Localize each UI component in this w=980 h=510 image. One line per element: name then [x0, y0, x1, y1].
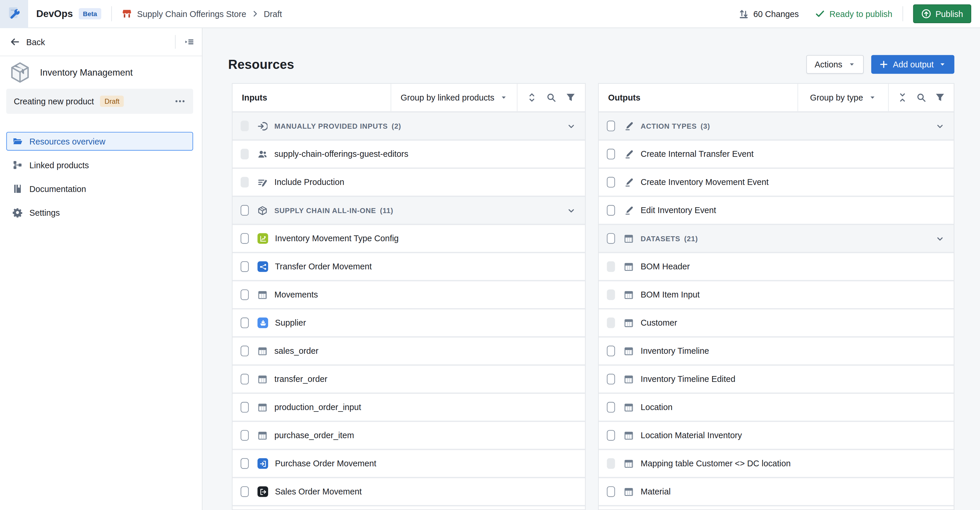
breadcrumb-current[interactable]: Draft: [264, 9, 282, 19]
sidebar-item-documentation[interactable]: Documentation: [6, 179, 193, 198]
resource-label: BOM Item Input: [641, 290, 700, 300]
publish-status-label: Ready to publish: [829, 9, 892, 19]
group-label: MANUALLY PROVIDED INPUTS (2): [274, 122, 401, 130]
row-checkbox: [607, 458, 615, 469]
row-checkbox[interactable]: [240, 261, 249, 272]
row-checkbox: [240, 121, 249, 131]
more-options-icon[interactable]: [174, 96, 186, 107]
resource-row[interactable]: Include Production: [232, 169, 585, 196]
changes-count: 60 Changes: [753, 9, 799, 19]
resource-row[interactable]: Transfer Order Movement: [232, 253, 585, 280]
resource-row[interactable]: Sales Order Movement: [232, 478, 585, 505]
product-name: Inventory Management: [40, 67, 132, 77]
row-checkbox[interactable]: [240, 205, 249, 215]
outputs-group-by-dropdown[interactable]: Group by type: [798, 84, 889, 112]
publish-button[interactable]: Publish: [913, 5, 971, 23]
dataset-icon: [624, 402, 633, 412]
group-label: DATASETS (21): [641, 235, 698, 242]
outputs-toolbar: [889, 84, 954, 112]
resource-row[interactable]: transfer_order: [232, 366, 585, 393]
resource-row[interactable]: Purchase Order Movement: [232, 450, 585, 477]
documentation-icon: [13, 184, 22, 194]
resource-row[interactable]: Inventory Timeline: [599, 338, 954, 365]
resource-row[interactable]: Inventory Movement Type Config: [232, 225, 585, 252]
resource-row-partial: [599, 506, 954, 510]
chevron-down-icon[interactable]: [936, 234, 945, 243]
back-button[interactable]: Back: [10, 37, 45, 47]
resource-label: production_order_input: [274, 402, 361, 412]
resource-row[interactable]: purchase_order_item: [232, 422, 585, 449]
resource-row[interactable]: Supplier: [232, 309, 585, 336]
resource-row[interactable]: Customer: [599, 309, 954, 336]
resource-row[interactable]: Movements: [232, 281, 585, 308]
row-checkbox[interactable]: [240, 233, 249, 244]
collapse-sidebar-icon[interactable]: [185, 37, 194, 47]
search-icon[interactable]: [916, 92, 926, 103]
group-header-row[interactable]: DATASETS (21): [599, 225, 954, 252]
chevron-down-icon[interactable]: [936, 122, 945, 131]
row-checkbox[interactable]: [240, 486, 249, 497]
group-header-row[interactable]: ACTION TYPES (3): [599, 113, 954, 140]
row-checkbox[interactable]: [240, 317, 249, 328]
devops-logo[interactable]: [0, 0, 28, 28]
row-checkbox: [607, 261, 615, 272]
draft-version-card[interactable]: Creating new product Draft: [6, 89, 193, 114]
row-checkbox[interactable]: [607, 346, 615, 356]
row-checkbox[interactable]: [607, 233, 615, 244]
divider: [111, 6, 112, 21]
dataset-icon: [258, 290, 267, 300]
resource-row[interactable]: Material: [599, 478, 954, 505]
row-checkbox[interactable]: [240, 346, 249, 356]
resource-row[interactable]: BOM Header: [599, 253, 954, 280]
filter-icon[interactable]: [935, 92, 945, 103]
changes-indicator[interactable]: 60 Changes: [739, 9, 799, 19]
settings-icon: [13, 207, 22, 217]
resource-row[interactable]: Create Internal Transfer Event: [599, 141, 954, 168]
filter-icon[interactable]: [566, 92, 576, 103]
row-checkbox[interactable]: [607, 402, 615, 413]
row-checkbox[interactable]: [607, 486, 615, 497]
row-checkbox[interactable]: [607, 121, 615, 131]
inputs-group-by-dropdown[interactable]: Group by linked products: [391, 84, 517, 112]
resource-row[interactable]: Edit Inventory Event: [599, 197, 954, 224]
chevron-down-icon[interactable]: [567, 206, 576, 215]
sidebar-item-settings[interactable]: Settings: [6, 203, 193, 222]
resource-row[interactable]: Create Inventory Movement Event: [599, 169, 954, 196]
resource-row[interactable]: Inventory Timeline Edited: [599, 366, 954, 393]
add-output-button[interactable]: Add output: [871, 55, 954, 74]
chevron-down-icon[interactable]: [567, 122, 576, 131]
row-checkbox[interactable]: [240, 458, 249, 469]
resource-row[interactable]: BOM Item Input: [599, 281, 954, 308]
row-checkbox[interactable]: [240, 289, 249, 300]
search-icon[interactable]: [546, 92, 556, 103]
row-checkbox[interactable]: [240, 402, 249, 413]
divider: [175, 35, 175, 49]
group-header-row[interactable]: SUPPLY CHAIN ALL-IN-ONE (11): [232, 197, 585, 224]
breadcrumb-store[interactable]: Supply Chain Offerings Store: [137, 9, 246, 19]
resource-row[interactable]: Location: [599, 394, 954, 421]
row-checkbox[interactable]: [607, 374, 615, 384]
sidebar-item-linked-products[interactable]: Linked products: [6, 156, 193, 174]
resource-row[interactable]: supply-chain-offerings-guest-editors: [232, 141, 585, 168]
row-checkbox[interactable]: [607, 205, 615, 215]
outputs-panel-header: Outputs Group by type: [599, 84, 954, 112]
resource-row[interactable]: Location Material Inventory: [599, 422, 954, 449]
row-checkbox[interactable]: [240, 430, 249, 440]
row-checkbox[interactable]: [607, 149, 615, 159]
store-icon: [122, 9, 132, 19]
expand-all-icon[interactable]: [527, 92, 537, 103]
resource-label: Create Inventory Movement Event: [641, 178, 769, 187]
resource-row[interactable]: Mapping table Customer <> DC location: [599, 450, 954, 477]
row-checkbox[interactable]: [240, 374, 249, 384]
actions-button[interactable]: Actions: [807, 55, 864, 74]
dataset-icon: [258, 430, 267, 440]
resource-row[interactable]: production_order_input: [232, 394, 585, 421]
resource-row[interactable]: sales_order: [232, 338, 585, 365]
group-header-row[interactable]: MANUALLY PROVIDED INPUTS (2): [232, 113, 585, 140]
row-checkbox[interactable]: [607, 177, 615, 188]
collapse-all-icon[interactable]: [897, 92, 907, 103]
sidebar-item-label: Documentation: [29, 184, 86, 193]
dataset-icon: [624, 374, 633, 384]
row-checkbox[interactable]: [607, 430, 615, 440]
sidebar-item-resources-overview[interactable]: Resources overview: [6, 132, 193, 151]
